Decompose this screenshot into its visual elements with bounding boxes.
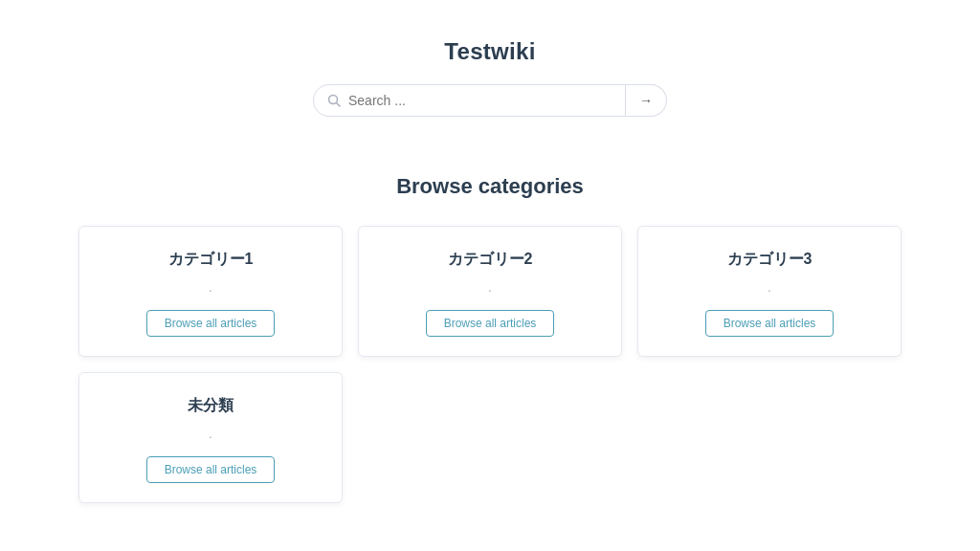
page-wrapper: Testwiki → Browse categories カテゴリー1 . Br… [0, 0, 980, 541]
search-input-wrapper [313, 84, 626, 117]
search-input[interactable] [348, 93, 612, 108]
category-card-3: カテゴリー3 . Browse all articles [637, 226, 902, 357]
category-name-2: カテゴリー2 [448, 250, 533, 270]
top-categories-grid: カテゴリー1 . Browse all articles カテゴリー2 . Br… [78, 226, 902, 357]
search-submit-button[interactable]: → [626, 84, 667, 117]
search-container: → [313, 84, 667, 117]
browse-all-articles-button-2[interactable]: Browse all articles [426, 310, 555, 337]
browse-section: Browse categories カテゴリー1 . Browse all ar… [78, 174, 902, 503]
category-card-1: カテゴリー1 . Browse all articles [78, 226, 343, 357]
category-dot-1: . [209, 279, 212, 295]
search-icon [327, 94, 341, 107]
category-dot-3: . [768, 279, 771, 295]
browse-all-articles-button-1[interactable]: Browse all articles [146, 310, 276, 337]
browse-title: Browse categories [396, 174, 584, 199]
svg-line-1 [337, 103, 341, 107]
bottom-categories-row: 未分類 . Browse all articles [78, 372, 902, 503]
category-card-2: カテゴリー2 . Browse all articles [358, 226, 622, 357]
category-dot-4: . [209, 426, 212, 441]
browse-all-articles-button-4[interactable]: Browse all articles [146, 456, 276, 483]
site-title: Testwiki [444, 38, 535, 65]
category-name-4: 未分類 [188, 396, 234, 416]
category-name-3: カテゴリー3 [727, 250, 813, 270]
browse-all-articles-button-3[interactable]: Browse all articles [705, 310, 835, 337]
category-dot-2: . [488, 279, 492, 295]
category-card-4: 未分類 . Browse all articles [78, 372, 343, 503]
category-name-1: カテゴリー1 [168, 250, 254, 270]
